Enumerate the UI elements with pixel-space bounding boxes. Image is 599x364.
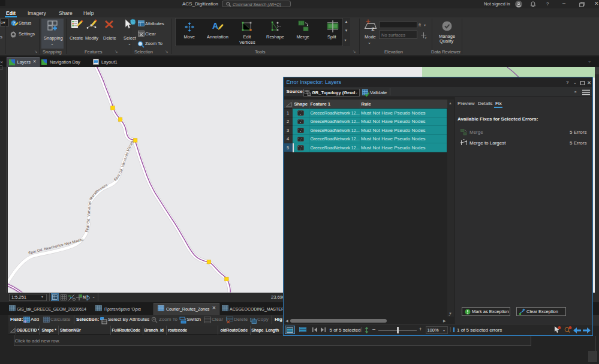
svg-text:z: z <box>425 36 427 40</box>
svg-text:A: A <box>212 21 218 31</box>
svg-text:Z: Z <box>372 26 375 32</box>
svg-text:xy: xy <box>68 294 72 297</box>
